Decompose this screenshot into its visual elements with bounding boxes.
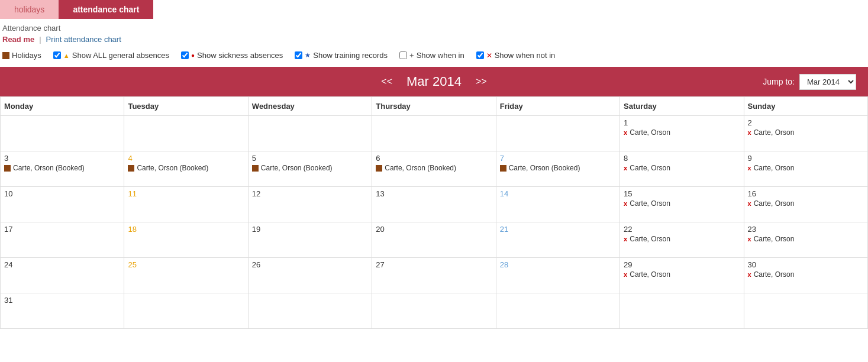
- links-row: Read me | Print attendance chart: [2, 35, 866, 44]
- calendar-row: 101112131415xCarte, Orson16xCarte, Orson: [1, 187, 868, 222]
- event-x-icon: x: [624, 235, 627, 243]
- jump-to-label: Jump to:: [763, 77, 795, 86]
- tab-holidays[interactable]: holidays: [0, 0, 59, 19]
- event-x-icon: x: [624, 164, 627, 172]
- day-number: 5: [252, 154, 368, 163]
- calendar-row: 3Carte, Orson (Booked)4Carte, Orson (Boo…: [1, 151, 868, 187]
- col-tuesday: Tuesday: [124, 97, 248, 116]
- when-in-label[interactable]: Show when in: [417, 51, 464, 60]
- event-item: xCarte, Orson: [624, 270, 740, 279]
- when-not-in-label[interactable]: Show when not in: [495, 51, 556, 60]
- event-name: Carte, Orson: [630, 164, 670, 172]
- event-name: Carte, Orson: [630, 199, 670, 208]
- calendar-cell: 10: [1, 187, 124, 222]
- tab-attendance[interactable]: attendance chart: [59, 0, 153, 19]
- day-number: 19: [252, 225, 368, 234]
- calendar-cell: 18: [124, 222, 248, 258]
- day-number: 2: [748, 118, 864, 127]
- day-number: 4: [128, 154, 244, 163]
- day-number: 1: [624, 118, 740, 127]
- event-x-icon: x: [624, 271, 627, 278]
- star-icon: ★: [305, 51, 311, 59]
- calendar-cell: [372, 116, 496, 151]
- filter-sickness: ● Show sickness absences: [181, 51, 283, 60]
- col-friday: Friday: [496, 97, 619, 116]
- filters-row: Holidays ▲ Show ALL general absences ● S…: [2, 49, 866, 64]
- calendar-cell: 2xCarte, Orson: [744, 116, 867, 151]
- day-number: 29: [624, 260, 740, 269]
- calendar-row: 242526272829xCarte, Orson30xCarte, Orson: [1, 258, 868, 293]
- training-label[interactable]: Show training records: [313, 51, 388, 60]
- event-name: Carte, Orson (Booked): [137, 164, 208, 172]
- separator: |: [39, 35, 41, 44]
- calendar-row: 31: [1, 293, 868, 329]
- event-x-icon: x: [748, 200, 751, 207]
- calendar-cell: 16xCarte, Orson: [744, 187, 867, 222]
- event-square-icon: [376, 165, 382, 172]
- tab-bar: holidays attendance chart: [0, 0, 868, 19]
- day-number: 7: [500, 154, 616, 163]
- event-name: Carte, Orson (Booked): [261, 164, 333, 172]
- calendar-row: 171819202122xCarte, Orson23xCarte, Orson: [1, 222, 868, 258]
- calendar-cell: 15xCarte, Orson: [620, 187, 744, 222]
- calendar-cell: 13: [372, 187, 496, 222]
- jump-to-select[interactable]: Jan 2014 Feb 2014 Mar 2014 Apr 2014 May …: [799, 74, 856, 90]
- read-me-link[interactable]: Read me: [2, 35, 34, 44]
- event-x-icon: x: [748, 129, 751, 136]
- sickness-label[interactable]: Show sickness absences: [197, 51, 283, 60]
- triangle-icon: ▲: [63, 52, 70, 59]
- calendar-row: 1xCarte, Orson2xCarte, Orson: [1, 116, 868, 151]
- calendar-cell: 1xCarte, Orson: [620, 116, 744, 151]
- calendar-cell: 31: [1, 293, 124, 329]
- event-name: Carte, Orson (Booked): [13, 164, 85, 172]
- calendar-cell: 29xCarte, Orson: [620, 258, 744, 293]
- attendance-label: Attendance chart: [2, 24, 866, 33]
- calendar-cell: [248, 293, 372, 329]
- calendar-cell: 12: [248, 187, 372, 222]
- day-number: 18: [128, 225, 244, 234]
- calendar-cell: 11: [124, 187, 248, 222]
- day-number: 23: [748, 225, 864, 234]
- event-x-icon: x: [748, 164, 751, 172]
- filter-training-checkbox[interactable]: [295, 51, 302, 59]
- event-item: Carte, Orson (Booked): [128, 164, 244, 172]
- calendar-days-header: Monday Tuesday Wednesday Thursday Friday…: [1, 97, 868, 116]
- filter-when-in-checkbox[interactable]: [399, 51, 407, 59]
- day-number: 11: [128, 189, 244, 198]
- filter-sickness-checkbox[interactable]: [181, 51, 189, 59]
- event-item: xCarte, Orson: [748, 164, 864, 172]
- event-square-icon: [252, 165, 259, 172]
- event-x-icon: x: [624, 129, 627, 136]
- calendar-cell: 9xCarte, Orson: [744, 151, 867, 187]
- calendar-cell: [496, 293, 619, 329]
- filter-when-not-in: ✕ Show when not in: [476, 51, 556, 60]
- day-number: 22: [624, 225, 740, 234]
- day-number: 28: [500, 260, 616, 269]
- prev-button[interactable]: <<: [376, 76, 397, 87]
- calendar-title: Mar 2014: [397, 74, 471, 89]
- all-general-label[interactable]: Show ALL general absences: [72, 51, 169, 60]
- event-item: xCarte, Orson: [748, 270, 864, 279]
- filter-when-not-in-checkbox[interactable]: [476, 51, 484, 59]
- event-name: Carte, Orson: [754, 235, 795, 243]
- event-name: Carte, Orson: [630, 128, 670, 137]
- calendar-cell: [124, 293, 248, 329]
- calendar-cell: 3Carte, Orson (Booked): [1, 151, 124, 187]
- calendar-cell: [620, 293, 744, 329]
- filter-all-general-checkbox[interactable]: [53, 51, 61, 59]
- calendar-cell: 22xCarte, Orson: [620, 222, 744, 258]
- calendar-cell: [1, 116, 124, 151]
- calendar-cell: 14: [496, 187, 619, 222]
- day-number: 10: [4, 189, 120, 198]
- calendar-cell: 27: [372, 258, 496, 293]
- calendar-cell: 20: [372, 222, 496, 258]
- calendar-cell: 19: [248, 222, 372, 258]
- filter-training: ★ Show training records: [295, 51, 388, 60]
- event-name: Carte, Orson: [630, 235, 670, 243]
- event-item: Carte, Orson (Booked): [500, 164, 616, 172]
- event-name: Carte, Orson: [754, 128, 795, 137]
- calendar-cell: [744, 293, 867, 329]
- calendar-cell: 6Carte, Orson (Booked): [372, 151, 496, 187]
- next-button[interactable]: >>: [471, 76, 492, 87]
- print-link[interactable]: Print attendance chart: [46, 35, 121, 44]
